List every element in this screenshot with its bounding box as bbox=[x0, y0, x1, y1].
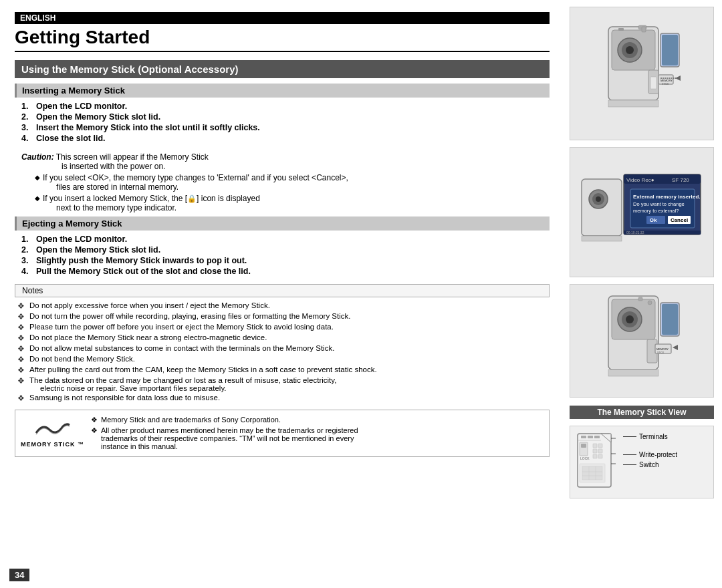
switch-label: Switch bbox=[623, 461, 677, 468]
svg-text:External memory inserted.: External memory inserted. bbox=[633, 194, 700, 200]
caution-bullet-2: ◆ If you insert a locked Memory Stick, t… bbox=[35, 194, 550, 203]
svg-text:STICK: STICK bbox=[657, 351, 665, 354]
svg-text:Cancel: Cancel bbox=[671, 217, 688, 223]
memory-stick-labels: Terminals Write-protect Switch bbox=[623, 430, 677, 468]
caution-text2: is inserted with the power on. bbox=[62, 162, 165, 171]
svg-rect-10 bbox=[650, 77, 656, 89]
svg-text:Video Rec●: Video Rec● bbox=[626, 177, 654, 183]
svg-rect-43 bbox=[662, 304, 678, 335]
camcorder-ejecting-svg: MEMORY STICK bbox=[602, 289, 682, 393]
ejecting-image: MEMORY STICK bbox=[570, 284, 714, 398]
svg-text:SF  720: SF 720 bbox=[672, 177, 689, 183]
caution-bullet-2c: next to the memory type indicator. bbox=[56, 203, 550, 212]
note-item-5: ❖ Do not bend the Memory Stick. bbox=[17, 355, 550, 364]
note-item-6: ❖ After pulling the card out from the CA… bbox=[17, 365, 550, 375]
caution-label: Caution: bbox=[21, 152, 54, 162]
svg-marker-48 bbox=[673, 345, 678, 350]
memory-stick-view-label: The Memory Stick View bbox=[570, 406, 714, 419]
language-badge: ENGLISH bbox=[15, 12, 550, 24]
trademark-box: Memory Stick ™ ❖ Memory Stick and are tr… bbox=[15, 410, 550, 457]
svg-rect-66 bbox=[598, 454, 602, 458]
svg-point-51 bbox=[648, 301, 652, 305]
ejecting-step-3: 3. Slightly push the Memory Stick inward… bbox=[21, 256, 550, 265]
svg-text:Do you want to change: Do you want to change bbox=[633, 201, 685, 207]
screen-dialog-image: Video Rec● SF 720 External memory insert… bbox=[570, 147, 714, 277]
svg-rect-64 bbox=[598, 449, 602, 453]
svg-rect-54 bbox=[581, 436, 586, 438]
note-item-2: ❖ Please turn the power off before you i… bbox=[17, 323, 550, 332]
trademark-name: Memory Stick ™ bbox=[21, 441, 84, 448]
note-item-4: ❖ Do not allow metal substances to come … bbox=[17, 344, 550, 353]
svg-text:LOCK: LOCK bbox=[580, 456, 590, 460]
camcorder-inserting-svg: MEMORY STICK bbox=[602, 13, 682, 134]
note-item-0: ❖ Do not apply excessive force when you … bbox=[17, 301, 550, 311]
trademark-item-1: ❖ Memory Stick and are trademarks of Son… bbox=[91, 416, 544, 424]
svg-rect-50 bbox=[638, 297, 642, 301]
caution-bullet-1: ◆ If you select <OK>, the memory type ch… bbox=[35, 173, 550, 182]
inserting-step-1: 1. Open the LCD monitor. bbox=[21, 102, 550, 111]
note-item-9: ❖ Samsung is not responsible for data lo… bbox=[17, 394, 550, 403]
write-protect-label: Write-protect bbox=[623, 451, 677, 458]
trademark-logo: Memory Stick ™ bbox=[21, 420, 84, 448]
trademark-text: ❖ Memory Stick and are trademarks of Son… bbox=[91, 416, 544, 451]
svg-rect-49 bbox=[608, 370, 658, 376]
svg-text:00:10:21:32: 00:10:21:32 bbox=[626, 231, 644, 235]
caution-text: This screen will appear if the Memory St… bbox=[56, 152, 209, 162]
left-column: ENGLISH Getting Started Using the Memory… bbox=[0, 0, 562, 588]
svg-text:MEMORY: MEMORY bbox=[656, 347, 669, 351]
memory-stick-card-svg: LOCK bbox=[574, 430, 618, 494]
inserting-step-2: 2. Open the Memory Stick slot lid. bbox=[21, 112, 550, 122]
svg-rect-63 bbox=[593, 449, 597, 453]
svg-rect-22 bbox=[582, 236, 622, 241]
svg-rect-5 bbox=[618, 28, 624, 31]
svg-point-21 bbox=[596, 196, 601, 202]
note-item-7: ❖ The data stored on the card may be cha… bbox=[17, 376, 550, 392]
svg-rect-65 bbox=[593, 454, 597, 458]
note-item-1: ❖ Do not turn the power off while record… bbox=[17, 312, 550, 321]
inserting-steps-list: 1. Open the LCD monitor. 2. Open the Mem… bbox=[21, 102, 550, 144]
svg-rect-17 bbox=[642, 27, 646, 32]
inserting-step-3: 3. Insert the Memory Stick into the slot… bbox=[21, 123, 550, 132]
svg-rect-61 bbox=[593, 444, 597, 448]
memory-stick-view-card: LOCK bbox=[570, 426, 714, 498]
inserting-image: MEMORY STICK bbox=[570, 7, 714, 140]
svg-text:memory to external?: memory to external? bbox=[633, 208, 679, 214]
page-title: Getting Started bbox=[15, 27, 550, 52]
svg-rect-8 bbox=[662, 35, 678, 65]
svg-text:STICK: STICK bbox=[662, 83, 669, 86]
inserting-header: Inserting a Memory Stick bbox=[15, 84, 550, 98]
terminals-label: Terminals bbox=[623, 433, 677, 440]
right-column: MEMORY STICK bbox=[562, 0, 722, 588]
svg-text:Ok: Ok bbox=[650, 217, 657, 223]
trademark-item-2: ❖ All other product names mentioned here… bbox=[91, 426, 544, 450]
ejecting-step-1: 1. Open the LCD monitor. bbox=[21, 235, 550, 244]
svg-rect-16 bbox=[608, 100, 658, 107]
svg-text:MEMORY: MEMORY bbox=[660, 79, 673, 82]
notes-list: ❖ Do not apply excessive force when you … bbox=[17, 301, 550, 404]
ejecting-step-2: 2. Open the Memory Stick slot lid. bbox=[21, 245, 550, 255]
ejecting-step-4: 4. Pull the Memory Stick out of the slot… bbox=[21, 267, 550, 276]
svg-rect-56 bbox=[594, 436, 600, 438]
camcorder-screen-svg: Video Rec● SF 720 External memory insert… bbox=[578, 169, 705, 256]
page-number: 34 bbox=[9, 569, 29, 581]
svg-rect-62 bbox=[598, 444, 602, 448]
note-item-3: ❖ Do not place the Memory Stick near a s… bbox=[17, 333, 550, 343]
svg-rect-55 bbox=[588, 436, 593, 438]
ejecting-steps-list: 1. Open the LCD monitor. 2. Open the Mem… bbox=[21, 235, 550, 277]
svg-rect-68 bbox=[582, 466, 602, 480]
svg-point-4 bbox=[626, 46, 634, 54]
ejecting-header: Ejecting a Memory Stick bbox=[15, 216, 550, 231]
memory-stick-logo-icon bbox=[33, 420, 73, 440]
svg-rect-59 bbox=[581, 444, 586, 448]
inserting-step-4: 4. Close the slot lid. bbox=[21, 134, 550, 143]
section-header: Using the Memory Stick (Optional Accesso… bbox=[15, 60, 550, 78]
notes-box: Notes bbox=[15, 284, 550, 297]
svg-point-41 bbox=[626, 315, 634, 323]
caution-block: Caution: This screen will appear if the … bbox=[21, 152, 550, 212]
caution-bullet-1b: files are stored in internal memory. bbox=[56, 182, 550, 192]
